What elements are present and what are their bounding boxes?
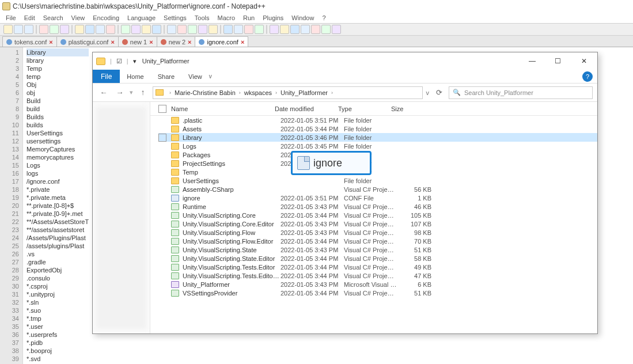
toolbar-btn-35[interactable] xyxy=(332,25,341,34)
code-line[interactable]: memorycaptures xyxy=(26,153,89,161)
select-all-checkbox[interactable] xyxy=(158,105,166,113)
ribbon-file[interactable]: File xyxy=(93,70,120,83)
code-line[interactable]: ExportedObj xyxy=(26,266,89,274)
file-list-pane[interactable]: Name Date modified Type Size .plastic202… xyxy=(150,102,597,333)
code-line[interactable]: *.csproj xyxy=(26,282,89,290)
file-row[interactable]: TempFile folder xyxy=(158,168,597,176)
code-line[interactable]: Builds xyxy=(26,113,89,121)
code-line[interactable]: MemoryCaptures xyxy=(26,145,89,153)
file-row[interactable]: ProjectSettings2022-01-05 3:50 PMFile fo… xyxy=(158,159,597,168)
menu-settings[interactable]: Settings xyxy=(164,14,187,21)
editor-code[interactable]: LibrarylibraryTemptempObjobjBuildbuildBu… xyxy=(23,47,89,364)
quick-save-icon[interactable]: ☑ xyxy=(116,58,122,65)
file-row[interactable]: .plastic2022-01-05 3:51 PMFile folder xyxy=(158,116,597,124)
code-line[interactable]: build xyxy=(26,105,89,113)
tab-ignore-conf[interactable]: ignore.conf× xyxy=(195,36,248,47)
ribbon-home[interactable]: Home xyxy=(120,71,150,82)
toolbar-btn-16[interactable] xyxy=(152,25,161,34)
menu-view[interactable]: View xyxy=(71,14,85,21)
toolbar-btn-21[interactable] xyxy=(198,25,207,34)
code-line[interactable]: Obj xyxy=(26,81,89,89)
tab-close-icon[interactable]: × xyxy=(111,39,114,46)
chevron-right-icon[interactable]: › xyxy=(237,90,243,96)
menu-?[interactable]: ? xyxy=(322,14,325,21)
explorer-window[interactable]: | ☑ | ▾ Unity_Platformer — ☐ ✕ File Home… xyxy=(92,52,598,334)
file-row[interactable]: Unity_Platformer2022-01-05 3:43 PMMicros… xyxy=(158,280,597,289)
title-dropdown-icon[interactable]: ▾ xyxy=(133,58,137,65)
file-row[interactable]: Unity.VisualScripting.Flow.Editor2022-01… xyxy=(158,237,597,245)
file-row[interactable]: ignore2022-01-05 3:51 PMCONF File1 KB xyxy=(158,194,597,202)
toolbar-btn-26[interactable] xyxy=(244,25,253,34)
ribbon-expand-icon[interactable]: v xyxy=(209,73,212,79)
code-line[interactable]: obj xyxy=(26,89,89,97)
column-headers[interactable]: Name Date modified Type Size xyxy=(150,102,597,116)
ribbon-view[interactable]: View xyxy=(181,71,209,82)
menu-run[interactable]: Run xyxy=(243,14,255,21)
toolbar-btn-18[interactable] xyxy=(167,25,176,34)
code-line[interactable]: UserSettings xyxy=(26,129,89,137)
file-row[interactable]: Unity.VisualScripting.State2022-01-05 3:… xyxy=(158,245,597,254)
menu-file[interactable]: File xyxy=(6,14,16,21)
code-line[interactable]: Build xyxy=(26,97,89,105)
toolbar-btn-29[interactable] xyxy=(270,25,279,34)
file-row[interactable]: Unity.VisualScripting.Tests.Editor2022-0… xyxy=(158,263,597,271)
toolbar-btn-22[interactable] xyxy=(209,25,218,34)
toolbar-btn-8[interactable] xyxy=(75,25,84,34)
tab-close-icon[interactable]: × xyxy=(241,39,244,46)
menu-tools[interactable]: Tools xyxy=(195,14,210,21)
tab-close-icon[interactable]: × xyxy=(188,39,191,46)
toolbar-btn-15[interactable] xyxy=(142,25,151,34)
breadcrumb-segment[interactable]: Marie-Christine Babin xyxy=(175,89,236,96)
code-line[interactable]: .gradle xyxy=(26,258,89,266)
tab-close-icon[interactable]: × xyxy=(49,39,52,46)
toolbar-btn-2[interactable] xyxy=(24,25,33,34)
code-line[interactable]: temp xyxy=(26,73,89,81)
breadcrumb[interactable]: ›Marie-Christine Babin›wkspaces›Unity_Pl… xyxy=(153,86,423,99)
code-line[interactable]: library xyxy=(26,56,89,65)
ribbon-share[interactable]: Share xyxy=(151,71,181,82)
tab-new-2[interactable]: new 2× xyxy=(157,36,196,47)
col-size[interactable]: Size xyxy=(391,105,426,112)
code-line[interactable]: **/assets/assetstoret xyxy=(26,226,89,234)
file-row[interactable]: Unity.VisualScripting.State.Editor2022-0… xyxy=(158,254,597,263)
file-row[interactable]: Unity.VisualScripting.Tests.Editor.Cust.… xyxy=(158,271,597,280)
code-line[interactable]: **.private.[0-8]+$ xyxy=(26,202,89,210)
nav-pane[interactable] xyxy=(93,102,150,333)
breadcrumb-segment[interactable]: Unity_Platformer xyxy=(281,89,328,96)
file-row[interactable]: Unity.VisualScripting.Core2022-01-05 3:4… xyxy=(158,211,597,219)
toolbar-btn-11[interactable] xyxy=(106,25,115,34)
toolbar-btn-27[interactable] xyxy=(255,25,264,34)
file-row[interactable]: Assembly-CSharpVisual C# Project f...56 … xyxy=(158,185,597,194)
toolbar-btn-10[interactable] xyxy=(96,25,105,34)
code-line[interactable]: *.pidb xyxy=(26,339,89,347)
toolbar-btn-32[interactable] xyxy=(301,25,310,34)
nav-up-button[interactable]: ↑ xyxy=(137,86,149,99)
toolbar-btn-34[interactable] xyxy=(321,25,331,34)
nav-history-icon[interactable]: ▾ xyxy=(130,89,133,96)
row-checkbox[interactable] xyxy=(158,134,166,142)
refresh-button[interactable]: ⟳ xyxy=(433,86,445,99)
address-dropdown-icon[interactable]: v xyxy=(426,89,430,96)
file-row[interactable]: Packages2022-01-05 3:42 PMFile folder xyxy=(158,150,597,159)
nav-back-button[interactable]: ← xyxy=(97,86,110,99)
code-line[interactable]: *.sln xyxy=(26,298,89,306)
chevron-right-icon[interactable]: › xyxy=(329,90,335,96)
file-row[interactable]: VSSettingsProvider2022-01-05 3:44 PMVisu… xyxy=(158,289,597,297)
code-line[interactable]: logs xyxy=(26,169,89,177)
code-line[interactable]: *.userprefs xyxy=(26,331,89,339)
toolbar-btn-0[interactable] xyxy=(3,25,13,34)
code-line[interactable]: /Assets/Plugins/Plast xyxy=(26,234,89,242)
toolbar-btn-20[interactable] xyxy=(188,25,197,34)
close-button[interactable]: ✕ xyxy=(572,53,596,69)
toolbar-btn-9[interactable] xyxy=(85,25,94,34)
code-line[interactable]: *.booproj xyxy=(26,347,89,355)
code-line[interactable]: /ignore.conf xyxy=(26,177,89,185)
tab-close-icon[interactable]: × xyxy=(149,39,153,46)
code-line[interactable]: /assets/plugins/Plast xyxy=(26,242,89,250)
notepad-tabbar[interactable]: tokens.conf×plasticgui.conf×new 1×new 2×… xyxy=(0,36,633,47)
maximize-button[interactable]: ☐ xyxy=(546,53,570,69)
col-date[interactable]: Date modified xyxy=(275,105,338,112)
code-line[interactable]: Temp xyxy=(26,65,89,73)
code-line[interactable]: builds xyxy=(26,121,89,129)
code-line[interactable]: **/Assets/AssetStoreT xyxy=(26,218,89,226)
